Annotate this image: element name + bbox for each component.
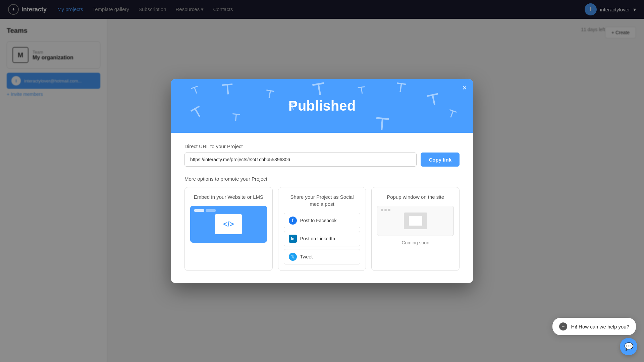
published-modal: ⊤ ⊤ ⊤ ⊤ ⊤ ⊤ ⊤ ⊤ ⊤ ⊤ ⊤ ⊤ Published × Dire…	[171, 79, 473, 283]
embed-tab-1	[194, 209, 204, 212]
modal-overlay: ⊤ ⊤ ⊤ ⊤ ⊤ ⊤ ⊤ ⊤ ⊤ ⊤ ⊤ ⊤ Published × Dire…	[0, 0, 644, 362]
deco-t-11: ⊤	[357, 85, 366, 96]
embed-preview: </>	[190, 206, 267, 243]
post-on-linkedin-button[interactable]: in Post on LinkedIn	[284, 231, 361, 246]
code-icon: </>	[223, 220, 234, 229]
modal-close-button[interactable]: ×	[462, 84, 467, 92]
popup-inner-white	[409, 216, 422, 226]
facebook-label: Post to Facebook	[300, 218, 337, 223]
deco-t-6: ⊤	[231, 112, 241, 123]
embed-tab-bar	[194, 209, 216, 212]
modal-body: Direct URL to your Project Copy link Mor…	[171, 133, 473, 283]
deco-t-2: ⊤	[221, 82, 234, 97]
popup-dot-1	[381, 209, 383, 211]
url-row: Copy link	[184, 153, 460, 167]
deco-t-12: ⊤	[374, 115, 390, 133]
popup-dots	[381, 209, 390, 211]
twitter-label: Tweet	[300, 254, 313, 259]
deco-t-5: ⊤	[189, 104, 205, 121]
twitter-icon: 𝕏	[289, 253, 297, 261]
facebook-icon: f	[289, 217, 297, 225]
deco-t-4: ⊤	[311, 81, 327, 99]
coming-soon-label: Coming soon	[377, 240, 454, 245]
copy-link-button[interactable]: Copy link	[421, 153, 460, 167]
promote-cards: Embed in your Website or LMS </> Share y…	[184, 187, 460, 271]
popup-card: Popup window on the site Coming soon	[371, 187, 460, 271]
deco-t-1: ⊤	[190, 85, 201, 97]
deco-t-3: ⊤	[264, 88, 275, 101]
embed-card-title: Embed in your Website or LMS	[190, 193, 267, 200]
chat-message: Hi! How can we help you?	[571, 324, 629, 329]
project-url-input[interactable]	[184, 153, 417, 167]
popup-inner-preview	[404, 213, 427, 229]
tweet-button[interactable]: 𝕏 Tweet	[284, 249, 361, 264]
messenger-icon: 💬	[624, 342, 633, 351]
linkedin-label: Post on LinkedIn	[300, 236, 335, 241]
url-section-label: Direct URL to your Project	[184, 143, 460, 149]
deco-t-8: ⊤	[395, 81, 407, 95]
popup-card-title: Popup window on the site	[377, 193, 454, 200]
social-card: Share your Project as Social media post …	[278, 187, 366, 271]
embed-tab-2	[206, 209, 216, 212]
messenger-button[interactable]: 💬	[620, 338, 637, 355]
post-to-facebook-button[interactable]: f Post to Facebook	[284, 213, 361, 228]
linkedin-icon: in	[289, 235, 297, 243]
popup-dot-2	[384, 209, 387, 211]
popup-dot-3	[388, 209, 390, 211]
deco-t-10: ⊤	[446, 108, 458, 120]
social-card-title: Share your Project as Social media post	[284, 193, 361, 207]
embed-card: Embed in your Website or LMS </>	[184, 187, 273, 271]
chat-bubble: − Hi! How can we help you?	[552, 318, 636, 335]
popup-preview	[377, 206, 454, 236]
promote-label: More options to promote your Project	[184, 176, 460, 182]
embed-inner: </>	[215, 214, 242, 234]
modal-header: ⊤ ⊤ ⊤ ⊤ ⊤ ⊤ ⊤ ⊤ ⊤ ⊤ ⊤ ⊤ Published ×	[171, 79, 473, 133]
modal-title: Published	[288, 98, 356, 114]
deco-t-9: ⊤	[425, 92, 441, 109]
chat-close-button[interactable]: −	[559, 322, 567, 330]
